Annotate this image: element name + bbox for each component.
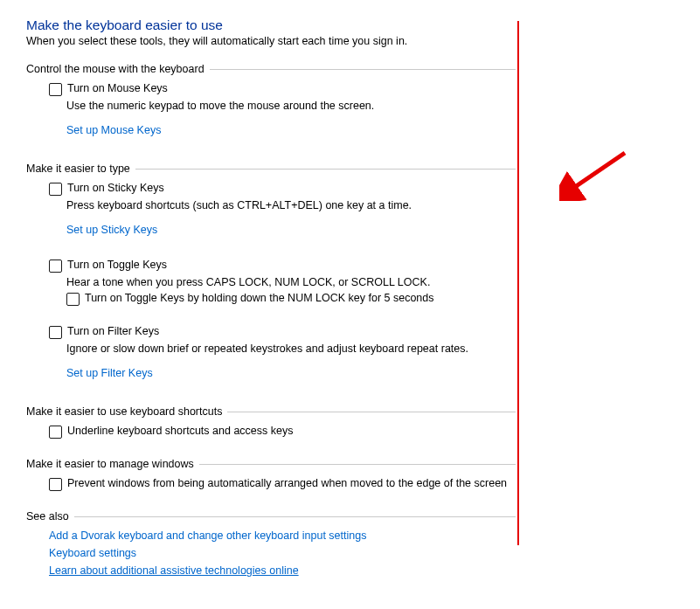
checkbox-mouse-keys-label: Turn on Mouse Keys	[67, 82, 168, 94]
desc-sticky-keys: Press keyboard shortcuts (such as CTRL+A…	[66, 199, 516, 211]
link-setup-mouse-keys[interactable]: Set up Mouse Keys	[66, 124, 161, 136]
link-assistive-tech[interactable]: Learn about additional assistive technol…	[49, 564, 516, 577]
checkbox-mouse-keys[interactable]: Turn on Mouse Keys	[49, 82, 516, 96]
checkbox-toggle-hold[interactable]: Turn on Toggle Keys by holding down the …	[66, 292, 516, 306]
checkbox-sticky-keys[interactable]: Turn on Sticky Keys	[49, 182, 516, 196]
section-heading-type-label: Make it easier to type	[26, 163, 130, 175]
link-setup-filter-keys[interactable]: Set up Filter Keys	[66, 367, 153, 379]
link-setup-sticky-keys[interactable]: Set up Sticky Keys	[66, 224, 157, 236]
checkbox-icon	[49, 260, 62, 273]
section-heading-shortcuts-label: Make it easier to use keyboard shortcuts	[26, 405, 222, 418]
section-heading-mouse-label: Control the mouse with the keyboard	[26, 63, 204, 75]
section-heading-windows-label: Make it easier to manage windows	[26, 458, 194, 470]
checkbox-icon	[49, 426, 62, 439]
section-shortcuts: Make it easier to use keyboard shortcuts…	[26, 405, 516, 439]
checkbox-toggle-keys[interactable]: Turn on Toggle Keys	[49, 259, 516, 273]
desc-filter-keys: Ignore or slow down brief or repeated ke…	[66, 343, 516, 355]
checkbox-icon	[49, 478, 62, 491]
section-heading-see-also: See also	[26, 510, 516, 522]
annotation-arrow-icon	[559, 149, 629, 201]
section-heading-shortcuts: Make it easier to use keyboard shortcuts	[26, 405, 516, 418]
section-see-also: See also Add a Dvorak keyboard and chang…	[26, 510, 516, 577]
link-dvorak-settings[interactable]: Add a Dvorak keyboard and change other k…	[49, 529, 516, 542]
divider	[210, 69, 516, 70]
checkbox-toggle-hold-label: Turn on Toggle Keys by holding down the …	[85, 292, 434, 304]
divider	[74, 516, 516, 517]
page-subtitle: When you select these tools, they will a…	[26, 35, 516, 47]
checkbox-filter-keys-label: Turn on Filter Keys	[67, 325, 159, 337]
checkbox-underline-shortcuts-label: Underline keyboard shortcuts and access …	[67, 425, 293, 437]
divider	[199, 464, 516, 465]
ease-of-access-keyboard-page: Make the keyboard easier to use When you…	[0, 0, 542, 605]
divider	[227, 412, 516, 412]
checkbox-sticky-keys-label: Turn on Sticky Keys	[67, 182, 164, 194]
checkbox-underline-shortcuts[interactable]: Underline keyboard shortcuts and access …	[49, 425, 516, 439]
checkbox-icon	[49, 183, 62, 196]
checkbox-prevent-arrange-label: Prevent windows from being automatically…	[67, 477, 507, 489]
section-type: Make it easier to type Turn on Sticky Ke…	[26, 163, 516, 386]
desc-toggle-keys: Hear a tone when you press CAPS LOCK, NU…	[66, 276, 516, 288]
checkbox-toggle-keys-label: Turn on Toggle Keys	[67, 259, 167, 271]
checkbox-icon	[49, 326, 62, 339]
desc-mouse-keys: Use the numeric keypad to move the mouse…	[66, 100, 516, 112]
section-heading-see-also-label: See also	[26, 510, 69, 522]
divider	[135, 169, 516, 170]
section-heading-mouse: Control the mouse with the keyboard	[26, 63, 516, 75]
checkbox-icon	[49, 83, 62, 96]
annotation-red-line	[517, 21, 519, 545]
svg-line-1	[570, 153, 625, 190]
checkbox-icon	[66, 293, 80, 306]
link-keyboard-settings[interactable]: Keyboard settings	[49, 547, 516, 559]
checkbox-filter-keys[interactable]: Turn on Filter Keys	[49, 325, 516, 339]
section-windows: Make it easier to manage windows Prevent…	[26, 458, 516, 491]
checkbox-prevent-arrange[interactable]: Prevent windows from being automatically…	[49, 477, 516, 491]
page-title: Make the keyboard easier to use	[26, 17, 516, 33]
section-heading-type: Make it easier to type	[26, 163, 516, 175]
section-heading-windows: Make it easier to manage windows	[26, 458, 516, 470]
section-mouse: Control the mouse with the keyboard Turn…	[26, 63, 516, 143]
